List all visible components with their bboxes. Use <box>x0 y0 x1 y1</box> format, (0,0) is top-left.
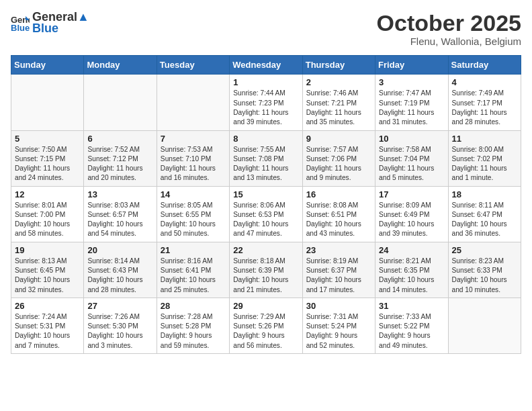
header: General Blue General▲ Blue October 2025 … <box>11 11 521 47</box>
calendar: SundayMondayTuesdayWednesdayThursdayFrid… <box>11 55 521 354</box>
day-info: Sunrise: 7:47 AM Sunset: 7:19 PM Dayligh… <box>379 89 444 127</box>
calendar-cell: 20Sunrise: 8:14 AM Sunset: 6:43 PM Dayli… <box>84 242 157 298</box>
calendar-cell: 16Sunrise: 8:08 AM Sunset: 6:51 PM Dayli… <box>302 186 375 242</box>
calendar-cell <box>448 298 521 353</box>
svg-text:Blue: Blue <box>11 23 30 32</box>
week-row-4: 19Sunrise: 8:13 AM Sunset: 6:45 PM Dayli… <box>11 242 521 298</box>
calendar-cell: 28Sunrise: 7:28 AM Sunset: 5:28 PM Dayli… <box>157 298 229 353</box>
calendar-cell: 15Sunrise: 8:06 AM Sunset: 6:53 PM Dayli… <box>230 186 302 242</box>
day-info: Sunrise: 7:24 AM Sunset: 5:31 PM Dayligh… <box>15 312 80 351</box>
calendar-cell: 19Sunrise: 8:13 AM Sunset: 6:45 PM Dayli… <box>11 242 84 298</box>
day-info: Sunrise: 7:58 AM Sunset: 7:04 PM Dayligh… <box>379 145 444 183</box>
calendar-cell: 29Sunrise: 7:29 AM Sunset: 5:26 PM Dayli… <box>230 298 302 353</box>
day-info: Sunrise: 7:50 AM Sunset: 7:15 PM Dayligh… <box>15 145 80 183</box>
week-row-1: 1Sunrise: 7:44 AM Sunset: 7:23 PM Daylig… <box>11 75 521 130</box>
calendar-cell: 12Sunrise: 8:01 AM Sunset: 7:00 PM Dayli… <box>11 186 84 242</box>
day-info: Sunrise: 7:46 AM Sunset: 7:21 PM Dayligh… <box>306 89 371 127</box>
week-row-2: 5Sunrise: 7:50 AM Sunset: 7:15 PM Daylig… <box>11 130 521 186</box>
weekday-header-row: SundayMondayTuesdayWednesdayThursdayFrid… <box>11 56 521 75</box>
logo-icon: General Blue <box>11 13 30 32</box>
weekday-header-wednesday: Wednesday <box>230 56 302 75</box>
day-info: Sunrise: 7:29 AM Sunset: 5:26 PM Dayligh… <box>233 312 298 351</box>
day-number: 18 <box>452 189 517 199</box>
title-area: October 2025 Flenu, Wallonia, Belgium <box>377 11 521 47</box>
day-info: Sunrise: 8:01 AM Sunset: 7:00 PM Dayligh… <box>15 201 80 239</box>
weekday-header-sunday: Sunday <box>11 56 84 75</box>
day-number: 4 <box>452 77 517 87</box>
calendar-cell: 5Sunrise: 7:50 AM Sunset: 7:15 PM Daylig… <box>11 130 84 186</box>
calendar-cell: 9Sunrise: 7:57 AM Sunset: 7:06 PM Daylig… <box>302 130 375 186</box>
day-info: Sunrise: 8:14 AM Sunset: 6:43 PM Dayligh… <box>87 257 152 295</box>
day-number: 8 <box>233 134 298 144</box>
calendar-cell: 3Sunrise: 7:47 AM Sunset: 7:19 PM Daylig… <box>375 75 448 130</box>
day-info: Sunrise: 7:26 AM Sunset: 5:30 PM Dayligh… <box>87 312 152 351</box>
calendar-cell: 13Sunrise: 8:03 AM Sunset: 6:57 PM Dayli… <box>84 186 157 242</box>
day-number: 17 <box>379 189 444 199</box>
weekday-header-saturday: Saturday <box>448 56 521 75</box>
day-info: Sunrise: 7:31 AM Sunset: 5:24 PM Dayligh… <box>306 312 371 351</box>
day-number: 16 <box>306 189 371 199</box>
day-info: Sunrise: 8:05 AM Sunset: 6:55 PM Dayligh… <box>161 201 226 239</box>
calendar-cell: 1Sunrise: 7:44 AM Sunset: 7:23 PM Daylig… <box>230 75 302 130</box>
calendar-cell: 24Sunrise: 8:21 AM Sunset: 6:35 PM Dayli… <box>375 242 448 298</box>
day-number: 26 <box>15 301 80 311</box>
day-info: Sunrise: 8:08 AM Sunset: 6:51 PM Dayligh… <box>306 201 371 239</box>
weekday-header-tuesday: Tuesday <box>157 56 229 75</box>
day-info: Sunrise: 7:44 AM Sunset: 7:23 PM Dayligh… <box>233 89 298 127</box>
calendar-cell: 11Sunrise: 8:00 AM Sunset: 7:02 PM Dayli… <box>448 130 521 186</box>
week-row-3: 12Sunrise: 8:01 AM Sunset: 7:00 PM Dayli… <box>11 186 521 242</box>
day-number: 28 <box>161 301 226 311</box>
calendar-cell: 18Sunrise: 8:11 AM Sunset: 6:47 PM Dayli… <box>448 186 521 242</box>
day-number: 30 <box>306 301 371 311</box>
day-number: 22 <box>233 245 298 255</box>
day-number: 19 <box>15 245 80 255</box>
day-number: 27 <box>87 301 152 311</box>
day-number: 12 <box>15 189 80 199</box>
day-number: 2 <box>306 77 371 87</box>
day-number: 24 <box>379 245 444 255</box>
day-info: Sunrise: 8:06 AM Sunset: 6:53 PM Dayligh… <box>233 201 298 239</box>
day-info: Sunrise: 8:18 AM Sunset: 6:39 PM Dayligh… <box>233 257 298 295</box>
day-number: 23 <box>306 245 371 255</box>
day-info: Sunrise: 8:11 AM Sunset: 6:47 PM Dayligh… <box>452 201 517 239</box>
day-number: 9 <box>306 134 371 144</box>
location-title: Flenu, Wallonia, Belgium <box>377 36 521 47</box>
day-number: 20 <box>87 245 152 255</box>
weekday-header-thursday: Thursday <box>302 56 375 75</box>
calendar-cell: 25Sunrise: 8:23 AM Sunset: 6:33 PM Dayli… <box>448 242 521 298</box>
day-info: Sunrise: 8:13 AM Sunset: 6:45 PM Dayligh… <box>15 257 80 295</box>
calendar-cell: 30Sunrise: 7:31 AM Sunset: 5:24 PM Dayli… <box>302 298 375 353</box>
calendar-cell: 2Sunrise: 7:46 AM Sunset: 7:21 PM Daylig… <box>302 75 375 130</box>
day-info: Sunrise: 7:55 AM Sunset: 7:08 PM Dayligh… <box>233 145 298 183</box>
day-info: Sunrise: 8:23 AM Sunset: 6:33 PM Dayligh… <box>452 257 517 295</box>
calendar-cell: 4Sunrise: 7:49 AM Sunset: 7:17 PM Daylig… <box>448 75 521 130</box>
calendar-cell: 31Sunrise: 7:33 AM Sunset: 5:22 PM Dayli… <box>375 298 448 353</box>
day-info: Sunrise: 8:00 AM Sunset: 7:02 PM Dayligh… <box>452 145 517 183</box>
day-info: Sunrise: 7:57 AM Sunset: 7:06 PM Dayligh… <box>306 145 371 183</box>
day-number: 11 <box>452 134 517 144</box>
day-number: 29 <box>233 301 298 311</box>
calendar-cell: 21Sunrise: 8:16 AM Sunset: 6:41 PM Dayli… <box>157 242 229 298</box>
calendar-cell <box>84 75 157 130</box>
day-number: 14 <box>161 189 226 199</box>
day-info: Sunrise: 7:53 AM Sunset: 7:10 PM Dayligh… <box>161 145 226 183</box>
calendar-cell: 27Sunrise: 7:26 AM Sunset: 5:30 PM Dayli… <box>84 298 157 353</box>
calendar-cell: 17Sunrise: 8:09 AM Sunset: 6:49 PM Dayli… <box>375 186 448 242</box>
day-info: Sunrise: 7:52 AM Sunset: 7:12 PM Dayligh… <box>87 145 152 183</box>
calendar-cell: 14Sunrise: 8:05 AM Sunset: 6:55 PM Dayli… <box>157 186 229 242</box>
day-info: Sunrise: 8:19 AM Sunset: 6:37 PM Dayligh… <box>306 257 371 295</box>
week-row-5: 26Sunrise: 7:24 AM Sunset: 5:31 PM Dayli… <box>11 298 521 353</box>
day-info: Sunrise: 7:33 AM Sunset: 5:22 PM Dayligh… <box>379 312 444 351</box>
day-number: 3 <box>379 77 444 87</box>
day-info: Sunrise: 8:21 AM Sunset: 6:35 PM Dayligh… <box>379 257 444 295</box>
weekday-header-friday: Friday <box>375 56 448 75</box>
calendar-cell: 26Sunrise: 7:24 AM Sunset: 5:31 PM Dayli… <box>11 298 84 353</box>
day-info: Sunrise: 8:09 AM Sunset: 6:49 PM Dayligh… <box>379 201 444 239</box>
day-number: 25 <box>452 245 517 255</box>
calendar-cell <box>11 75 84 130</box>
calendar-cell: 6Sunrise: 7:52 AM Sunset: 7:12 PM Daylig… <box>84 130 157 186</box>
calendar-cell <box>157 75 229 130</box>
weekday-header-monday: Monday <box>84 56 157 75</box>
day-number: 5 <box>15 134 80 144</box>
day-number: 21 <box>161 245 226 255</box>
